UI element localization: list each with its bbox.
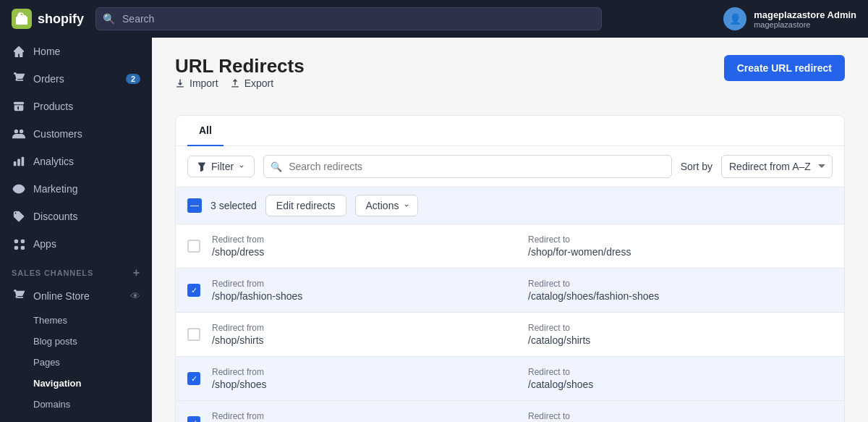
apps-icon: [12, 237, 26, 251]
actions-dropdown-button[interactable]: Actions: [355, 195, 419, 216]
redirect-to-col: Redirect to /catalog/shoes/fashion-shoes: [528, 279, 833, 302]
analytics-icon: [12, 154, 26, 169]
page-actions: Import Export: [175, 77, 305, 89]
table-row[interactable]: ✓ Redirect from /shop/fashion-shoes Redi…: [176, 269, 844, 313]
topbar: shopify 🔍 👤 mageplazastore Admin magepla…: [0, 0, 868, 38]
filter-button[interactable]: Filter: [187, 156, 255, 177]
import-icon: [175, 78, 185, 88]
redirect-to-label: Redirect to: [528, 323, 833, 333]
sidebar-sub-blog-posts[interactable]: Blog posts: [0, 331, 152, 352]
redirect-to-col: Redirect to /shop/for-women/dress: [528, 235, 833, 258]
redirect-to-label: Redirect to: [528, 411, 833, 421]
avatar: 👤: [723, 7, 746, 30]
redirect-to-col: Redirect to /catalog/shirts: [528, 323, 833, 346]
products-icon: [12, 99, 26, 114]
sidebar-item-discounts-label: Discounts: [33, 211, 77, 222]
table-row[interactable]: Redirect from /shop/shirts Redirect to /…: [176, 313, 844, 357]
sidebar-item-home[interactable]: Home: [0, 38, 152, 65]
global-search[interactable]: 🔍: [95, 7, 602, 30]
sidebar-sub-pages[interactable]: Pages: [0, 352, 152, 373]
redirect-to-col: Redirect to /catalog/shoes/unlimited-lea…: [528, 411, 833, 422]
orders-badge: 2: [126, 74, 140, 84]
bulk-selected-count: 3 selected: [210, 200, 257, 211]
redirect-from-label: Redirect from: [212, 367, 516, 377]
table-row[interactable]: ✓ Redirect from /shop/shoes Redirect to …: [176, 357, 844, 401]
import-button[interactable]: Import: [175, 77, 218, 89]
export-button[interactable]: Export: [230, 77, 273, 89]
export-icon: [230, 78, 240, 88]
sidebar-item-online-store[interactable]: Online Store 👁: [0, 282, 152, 310]
sidebar-sub-navigation[interactable]: Navigation: [0, 373, 152, 394]
sidebar-item-products-label: Products: [33, 101, 73, 112]
sidebar-item-marketing[interactable]: Marketing: [0, 175, 152, 203]
redirect-from-path: /shop/shoes: [212, 379, 516, 390]
content-area: URL Redirects Import Export Create URL r…: [152, 38, 868, 422]
redirect-to-path: /catalog/shirts: [528, 334, 833, 346]
sort-select[interactable]: Redirect from A–Z: [721, 155, 833, 178]
orders-icon: [12, 72, 26, 86]
sidebar-sub-domains[interactable]: Domains: [0, 394, 152, 415]
card-tabs: All: [176, 116, 844, 146]
redirect-search-wrap: 🔍: [263, 155, 672, 178]
sidebar-item-customers[interactable]: Customers: [0, 120, 152, 148]
redirect-from-label: Redirect from: [212, 235, 516, 245]
row-checkbox[interactable]: ✓: [187, 284, 200, 297]
redirect-from-path: /shop/dress: [212, 246, 516, 258]
redirect-from-path: /shop/fashion-shoes: [212, 290, 516, 302]
redirect-from-col: Redirect from /shop/shirts: [212, 323, 516, 346]
redirect-from-path: /shop/shirts: [212, 334, 516, 346]
logo[interactable]: shopify: [12, 9, 84, 29]
table-row[interactable]: Redirect from /shop/dress Redirect to /s…: [176, 224, 844, 269]
redirect-from-col: Redirect from /shop/unlimited-leather-sh…: [212, 411, 516, 422]
sidebar-item-apps-label: Apps: [33, 238, 56, 250]
redirect-to-path: /catalog/shoes: [528, 379, 833, 390]
bulk-action-bar: — 3 selected Edit redirects Actions: [176, 187, 844, 224]
filter-chevron-icon: [238, 163, 245, 170]
eye-icon[interactable]: 👁: [130, 290, 140, 302]
online-store-label: Online Store: [33, 290, 90, 302]
shopify-text: shopify: [38, 12, 84, 27]
sidebar-item-apps[interactable]: Apps: [0, 230, 152, 258]
sidebar-item-orders[interactable]: Orders 2: [0, 65, 152, 93]
tab-all[interactable]: All: [187, 116, 224, 146]
create-redirect-button[interactable]: Create URL redirect: [724, 55, 845, 81]
search-redirects-input[interactable]: [263, 155, 672, 178]
sidebar-item-analytics[interactable]: Analytics: [0, 148, 152, 175]
search-input[interactable]: [95, 7, 602, 30]
sort-label: Sort by: [681, 161, 712, 172]
bulk-checkbox[interactable]: —: [187, 198, 202, 213]
redirect-list: Redirect from /shop/dress Redirect to /s…: [176, 224, 844, 422]
redirect-from-label: Redirect from: [212, 279, 516, 289]
online-store-icon: [12, 289, 26, 303]
sidebar-item-discounts[interactable]: Discounts: [0, 203, 152, 230]
redirect-from-label: Redirect from: [212, 411, 516, 421]
user-menu[interactable]: 👤 mageplazastore Admin mageplazastore: [723, 7, 856, 30]
sidebar-item-orders-label: Orders: [33, 73, 64, 85]
sidebar: Home Orders 2 Products Customers A: [0, 38, 152, 422]
redirect-to-label: Redirect to: [528, 367, 833, 377]
user-info: mageplazastore Admin mageplazastore: [754, 9, 856, 29]
redirect-from-label: Redirect from: [212, 323, 516, 333]
page-header: URL Redirects Import Export Create URL r…: [175, 55, 845, 104]
sales-channels-label: SALES CHANNELS +: [0, 258, 152, 282]
row-checkbox[interactable]: [187, 328, 200, 341]
add-sales-channel-icon[interactable]: +: [133, 266, 140, 279]
marketing-icon: [12, 182, 26, 196]
row-checkbox[interactable]: [187, 240, 200, 253]
row-checkbox[interactable]: ✓: [187, 416, 200, 422]
sidebar-sub-preferences[interactable]: Preferences: [0, 415, 152, 422]
discounts-icon: [12, 209, 26, 224]
redirect-to-col: Redirect to /catalog/shoes: [528, 367, 833, 390]
table-row[interactable]: ✓ Redirect from /shop/unlimited-leather-…: [176, 401, 844, 422]
redirect-to-label: Redirect to: [528, 279, 833, 289]
filter-bar: Filter 🔍 Sort by Redirect from A–Z: [176, 146, 844, 187]
sidebar-item-products[interactable]: Products: [0, 93, 152, 120]
redirect-to-label: Redirect to: [528, 235, 833, 245]
redirect-from-col: Redirect from /shop/fashion-shoes: [212, 279, 516, 302]
search-icon: 🔍: [103, 13, 115, 25]
home-icon: [12, 44, 26, 59]
page-title: URL Redirects: [175, 55, 305, 77]
row-checkbox[interactable]: ✓: [187, 372, 200, 385]
edit-redirects-button[interactable]: Edit redirects: [265, 195, 346, 216]
sidebar-sub-themes[interactable]: Themes: [0, 310, 152, 331]
